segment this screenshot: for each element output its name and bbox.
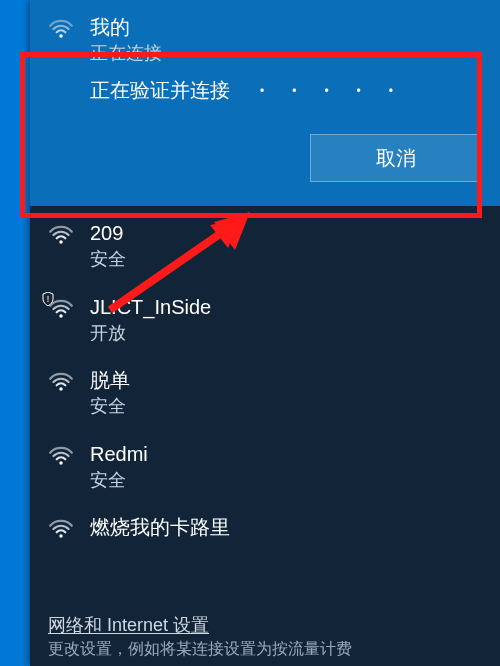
wifi-name: JLICT_InSide: [90, 294, 482, 320]
network-settings-sub: 更改设置，例如将某连接设置为按流量计费: [48, 639, 482, 660]
svg-point-5: [59, 461, 62, 464]
wifi-item-connecting[interactable]: 我的 正在连接: [30, 0, 500, 65]
wifi-icon: [48, 16, 74, 42]
wifi-shield-icon: !: [48, 296, 74, 322]
wifi-status: 安全: [90, 395, 482, 418]
cancel-button[interactable]: 取消: [310, 134, 482, 182]
wifi-name: 209: [90, 220, 482, 246]
wifi-status: 安全: [90, 469, 482, 492]
wifi-status: 安全: [90, 248, 482, 271]
svg-point-0: [59, 34, 62, 37]
wifi-item[interactable]: 209 安全: [30, 206, 500, 279]
wifi-item[interactable]: ! JLICT_InSide 开放: [30, 280, 500, 353]
wifi-status: 正在连接: [90, 42, 482, 65]
wifi-item[interactable]: 脱单 安全: [30, 353, 500, 426]
wifi-icon: [48, 222, 74, 248]
progress-dots: •••••: [260, 84, 421, 98]
wifi-name: Redmi: [90, 441, 482, 467]
wifi-item[interactable]: Redmi 安全: [30, 427, 500, 500]
wifi-name: 燃烧我的卡路里: [90, 514, 482, 540]
wifi-icon: [48, 369, 74, 395]
svg-point-4: [59, 387, 62, 390]
wifi-icon: [48, 443, 74, 469]
svg-text:!: !: [47, 294, 50, 304]
wifi-status: 开放: [90, 322, 482, 345]
wifi-item[interactable]: 燃烧我的卡路里: [30, 500, 500, 550]
wifi-panel: 我的 正在连接 正在验证并连接 ••••• 取消 209 安全: [30, 0, 500, 666]
wifi-name: 我的: [90, 14, 482, 40]
wifi-verifying-label: 正在验证并连接: [90, 77, 230, 104]
wifi-connecting-block: 正在验证并连接 ••••• 取消: [30, 65, 500, 206]
desktop-background: [0, 0, 30, 666]
wifi-icon: [48, 516, 74, 542]
svg-point-1: [59, 241, 62, 244]
svg-point-6: [59, 534, 62, 537]
svg-point-2: [59, 314, 62, 317]
network-settings-link[interactable]: 网络和 Internet 设置: [48, 613, 482, 637]
wifi-name: 脱单: [90, 367, 482, 393]
panel-footer: 网络和 Internet 设置 更改设置，例如将某连接设置为按流量计费: [48, 613, 482, 660]
